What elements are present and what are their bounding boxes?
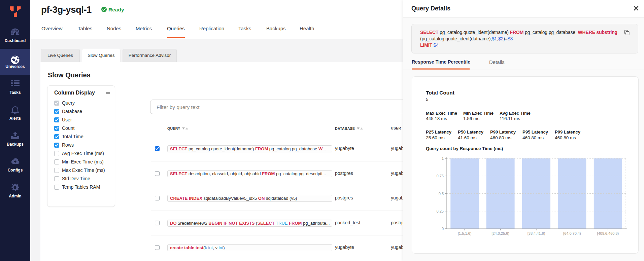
svg-text:0.25: 0.25 <box>437 209 444 213</box>
svg-text:[1.5,1.6): [1.5,1.6) <box>458 231 471 235</box>
svg-text:[409.6,460.8): [409.6,460.8) <box>597 231 619 235</box>
svg-text:[64.0,70.4): [64.0,70.4) <box>563 231 581 235</box>
svg-text:1: 1 <box>442 156 444 160</box>
svg-text:0.5: 0.5 <box>439 192 444 196</box>
svg-text:[24.0,25.6): [24.0,25.6) <box>492 231 509 235</box>
svg-text:0.75: 0.75 <box>437 174 444 178</box>
svg-text:[38.4,41.6): [38.4,41.6) <box>528 231 545 235</box>
svg-text:0: 0 <box>442 227 444 231</box>
